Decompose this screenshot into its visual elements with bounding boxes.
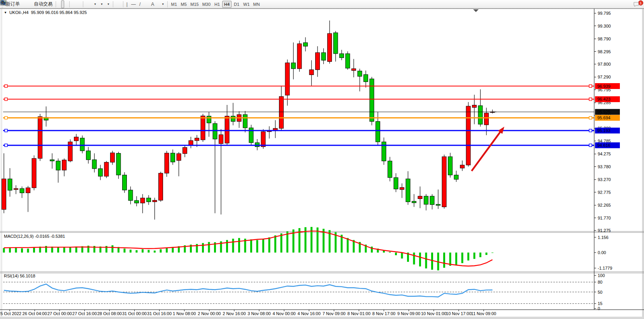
separator — [167, 1, 168, 7]
candlestick-mode-button[interactable] — [61, 0, 64, 8]
auto-trading-button[interactable]: 自动交易 — [32, 0, 54, 8]
date-label: 4 Nov 00:00 — [272, 311, 295, 316]
price-tick-label: 97.290 — [598, 75, 611, 79]
timeframe-d1-button[interactable]: D1 — [232, 1, 241, 8]
chart-ohlc-readout: 95.909 96.016 95.864 95.925 — [31, 10, 87, 15]
search-button[interactable] — [630, 0, 633, 8]
candle-down — [364, 75, 368, 82]
candle-up — [442, 157, 446, 207]
hline-handle[interactable] — [589, 117, 592, 119]
tile-windows-button[interactable] — [78, 0, 81, 8]
timeframe-m15-button[interactable]: M15 — [189, 1, 200, 8]
hline-handle[interactable] — [589, 85, 592, 87]
cursor-tool-button[interactable] — [115, 0, 118, 8]
text-tool-button[interactable]: A — [149, 0, 156, 8]
signal-button[interactable] — [29, 0, 32, 8]
candle-down — [346, 54, 350, 68]
candle-up — [189, 141, 193, 145]
market-watch-button[interactable] — [22, 0, 25, 8]
price-tag-label: 95.694 — [597, 115, 611, 120]
window-right-edge — [642, 9, 644, 319]
timeframe-h1-button[interactable]: H1 — [212, 1, 222, 8]
bar-chart-mode-button[interactable] — [58, 0, 61, 8]
templates-button[interactable]: ▼ — [105, 0, 111, 8]
line-chart-mode-button[interactable] — [65, 0, 68, 8]
hline-tool-button[interactable]: — — [130, 0, 137, 8]
chat-button[interactable]: 1 — [633, 0, 643, 8]
candle-up — [2, 179, 6, 209]
candle-down — [424, 196, 428, 204]
macd-histogram-bar — [281, 234, 283, 253]
rsi-tick-label: 100 — [598, 273, 605, 278]
candle-down — [171, 153, 175, 162]
terminal-button[interactable] — [25, 0, 28, 8]
fibonacci-tool-button[interactable]: F — [146, 0, 149, 8]
hline-handle[interactable] — [5, 85, 7, 87]
arrows-tool-button[interactable]: ▼ — [160, 0, 166, 8]
hline-handle[interactable] — [589, 98, 592, 101]
collapse-marker-icon[interactable]: ▼ — [4, 11, 7, 14]
macd-histogram-bar — [455, 253, 457, 265]
candle-down — [56, 161, 60, 170]
trendline-tool-button[interactable]: / — [138, 0, 142, 8]
candle-down — [448, 157, 453, 175]
timeframe-m30-button[interactable]: M30 — [201, 1, 212, 8]
macd-tick-label: 0.00 — [598, 250, 606, 255]
hline-handle[interactable] — [5, 98, 7, 101]
macd-histogram-bar — [232, 239, 234, 253]
candle-up — [14, 188, 18, 190]
timeframe-m5-button[interactable]: M5 — [179, 1, 188, 8]
zoom-in-button[interactable] — [71, 0, 74, 8]
price-tick-label: 92.775 — [598, 190, 611, 195]
zoom-out-button[interactable] — [75, 0, 78, 8]
date-label: 28 Oct 08:00 — [97, 311, 122, 316]
vline-tool-button[interactable]: | — [125, 0, 129, 8]
channel-tool-button[interactable]: E — [142, 0, 146, 8]
candle-up — [297, 44, 302, 69]
candle-up — [111, 153, 115, 162]
caret-down-icon: ▼ — [100, 3, 103, 5]
rsi-tick-label: 50 — [598, 290, 602, 295]
hline-handle[interactable] — [589, 129, 592, 132]
timeframe-h4-button[interactable]: H4 — [222, 1, 232, 8]
candle-down — [370, 79, 374, 122]
hline-handle[interactable] — [589, 144, 592, 146]
candle-up — [352, 69, 356, 71]
hline-handle[interactable] — [5, 144, 7, 146]
chart-shift-button[interactable] — [88, 0, 91, 8]
timeframe-w1-button[interactable]: W1 — [242, 1, 251, 8]
indicators-button[interactable]: ▼ — [92, 0, 98, 8]
label-tool-button[interactable]: T — [156, 0, 159, 8]
macd-histogram-bar — [479, 253, 481, 257]
candle-down — [86, 151, 91, 160]
price-tick-label: 91.770 — [598, 216, 611, 220]
candle-up — [219, 135, 223, 144]
chart-header: ▼ UKOil-,H4 95.909 96.016 95.864 95.925 — [4, 10, 87, 15]
hline-handle[interactable] — [5, 129, 7, 132]
chart-canvas: 99.79599.30098.79098.29597.80097.29096.7… — [0, 0, 644, 319]
hline-handle[interactable] — [5, 117, 7, 119]
date-label: 11 Nov 09:00 — [471, 311, 497, 316]
candle-up — [316, 52, 320, 70]
candle-up — [201, 116, 205, 140]
price-tick-label: 91.275 — [598, 228, 611, 233]
timeframe-mn-button[interactable]: MN — [252, 1, 261, 8]
hline-icon: — — [131, 2, 136, 7]
new-order-button[interactable]: 新订单 — [4, 0, 21, 8]
date-label: 4 Nov 16:00 — [298, 311, 321, 316]
candle-down — [98, 169, 103, 176]
candle-down — [20, 188, 24, 193]
candle-up — [472, 105, 477, 108]
crosshair-tool-button[interactable] — [118, 0, 121, 8]
candle-up — [74, 137, 79, 141]
periods-button[interactable]: ▼ — [98, 0, 105, 8]
macd-histogram-bar — [15, 248, 17, 253]
caret-down-icon: ▼ — [107, 3, 110, 5]
candle-down — [231, 116, 235, 122]
macd-histogram-bar — [462, 253, 463, 263]
date-label: 8 Nov 17:00 — [372, 311, 395, 316]
candle-down — [213, 124, 217, 139]
auto-scroll-button[interactable] — [85, 0, 88, 8]
timeframe-m1-button[interactable]: M1 — [169, 1, 179, 8]
date-label: 10 Nov 17:00 — [446, 311, 471, 316]
